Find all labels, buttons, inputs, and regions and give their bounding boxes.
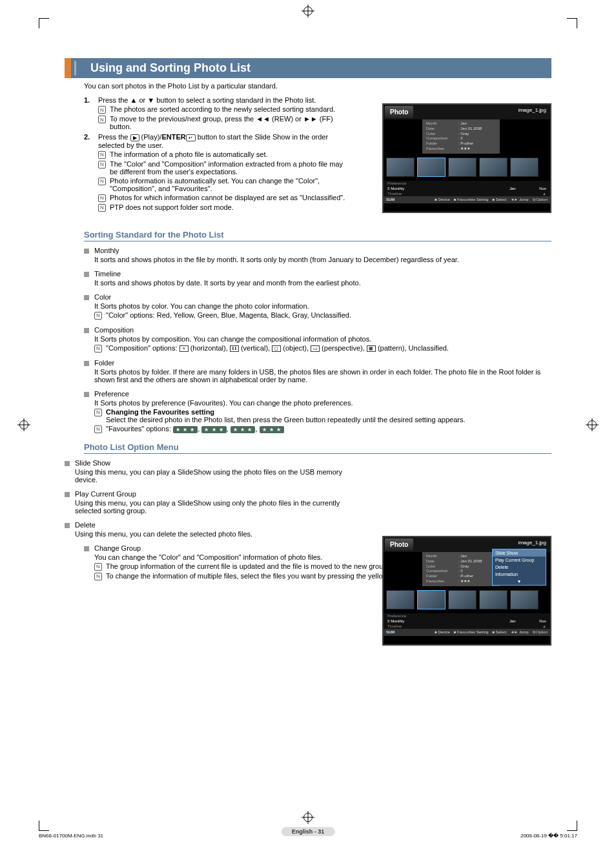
- opt-slideshow: Slide Show Using this menu, you can play…: [65, 459, 349, 484]
- note-icon: N: [98, 151, 106, 159]
- bullet-icon: [84, 546, 89, 551]
- tv-header-photo: Photo: [385, 106, 413, 118]
- fav-chip: ★ ★ ★: [173, 426, 198, 433]
- sort-preference-note-2: N "Favourites" options: ★ ★ ★, ★ ★ ★, ★ …: [94, 425, 551, 433]
- tv-sort-list: Preference ≡ MonthlyJan Nov Timeline▲: [384, 613, 550, 629]
- sort-color: Color It Sorts photos by color. You can …: [84, 293, 551, 320]
- tv-thumbnails: [384, 586, 550, 613]
- enter-icon: ↵: [186, 134, 196, 141]
- bullet-icon: [84, 392, 89, 397]
- note-icon: N: [98, 178, 106, 185]
- tv-screenshot-2: Photo image_1.jpg Month: Jan Date: Jan.0…: [382, 536, 551, 646]
- tv-footer: SUM ■ Device ■ Favourites Setting ■ Sele…: [384, 629, 550, 636]
- crop-mark-br: [567, 821, 577, 831]
- tv-header-photo: Photo: [385, 538, 413, 551]
- tv-thumb: [510, 590, 539, 609]
- sort-composition-note: N "Composition" options: ≡ (horizontal),…: [94, 344, 551, 353]
- step-1-note-1: NThe photos are sorted according to the …: [98, 105, 349, 114]
- note-icon: N: [94, 312, 102, 320]
- note-icon: N: [98, 161, 106, 169]
- step-2-note-3: NPhoto information is automatically set.…: [98, 177, 349, 192]
- sort-folder: Folder It Sorts photos by folder. If the…: [84, 359, 551, 384]
- tv-thumb-selected: [417, 590, 446, 609]
- object-icon: ◻: [272, 345, 281, 352]
- sort-color-note: N"Color" options: Red, Yellow, Green, Bl…: [94, 311, 551, 320]
- crop-mark-bl: [39, 821, 49, 831]
- sort-timeline: Timeline It sorts and shows photos by da…: [84, 270, 551, 287]
- bullet-icon: [84, 249, 89, 254]
- intro-text: You can sort photos in the Photo List by…: [84, 82, 551, 90]
- tv-thumb: [386, 158, 415, 177]
- bullet-icon: [84, 295, 89, 300]
- note-icon: N: [94, 573, 102, 580]
- step-2-note-4: NPhotos for which information cannot be …: [98, 194, 349, 202]
- tv-meta: Month: Jan Date: Jan.01.2008 Color: Gray…: [422, 119, 500, 154]
- section-sorting-standard: Sorting Standard for the Photo List: [84, 230, 551, 241]
- bullet-icon: [84, 272, 89, 277]
- tv-thumb-selected: [417, 158, 446, 177]
- crop-mark-tl: [39, 18, 49, 28]
- pattern-icon: ▦: [367, 345, 376, 352]
- note-icon: N: [94, 345, 102, 353]
- step-1-note-2: NTo move to the previous/next group, pre…: [98, 115, 349, 130]
- tv-thumb: [510, 158, 539, 177]
- footer-left: BN68-01700M-ENG.indb 31: [39, 833, 103, 839]
- tv-sort-list: Preference ≡ MonthlyJan Nov Timeline▲: [384, 181, 550, 196]
- opt-delete: Delete Using this menu, you can delete t…: [65, 521, 349, 538]
- sort-monthly: Monthly It sorts and shows photos in the…: [84, 247, 551, 263]
- note-icon: N: [94, 425, 102, 433]
- page-title: Using and Sorting Photo List: [65, 58, 551, 78]
- bullet-icon: [84, 328, 89, 333]
- step-2-num: 2.: [84, 133, 93, 213]
- sort-composition: Composition It Sorts photos by compositi…: [84, 326, 551, 353]
- play-icon: ▶: [130, 134, 139, 141]
- tv-thumb: [448, 158, 477, 177]
- tv-screenshot-1: Photo image_1.jpg Month: Jan Date: Jan.0…: [382, 103, 551, 213]
- step-2: 2. Press the ▶ (Play)/ENTER↵ button to s…: [84, 133, 349, 213]
- tv-thumb: [386, 590, 415, 609]
- note-icon: N: [98, 106, 106, 114]
- note-icon: N: [98, 194, 106, 202]
- step-2-note-2: NThe "Color" and "Composition" informati…: [98, 160, 349, 176]
- fav-chip: ★ ★ ★: [260, 426, 284, 433]
- bullet-icon: [65, 492, 70, 497]
- registration-mark-right: [588, 420, 597, 429]
- tv-option-menu: Slide Show Play Current Group Delete Inf…: [492, 549, 546, 586]
- bullet-icon: [65, 461, 70, 466]
- tv-footer: SUM ■ Device ■ Favourites Setting ■ Sele…: [384, 196, 550, 203]
- section-option-menu: Photo List Option Menu: [84, 442, 551, 454]
- footer-right: 2008-08-19 �� 5:01:17: [520, 833, 577, 839]
- note-icon: N: [94, 409, 102, 416]
- sort-preference: Preference It Sorts photos by preference…: [84, 390, 551, 433]
- registration-mark-left: [19, 420, 28, 429]
- tv-header-filename: image_1.jpg: [514, 105, 550, 119]
- tv-thumb: [479, 590, 508, 609]
- bullet-icon: [65, 523, 70, 528]
- page-number: English - 31: [282, 827, 335, 835]
- step-1: 1. Press the ▲ or ▼ button to select a s…: [84, 96, 349, 132]
- step-list: 1. Press the ▲ or ▼ button to select a s…: [84, 96, 349, 213]
- step-1-text: Press the ▲ or ▼ button to select a sort…: [98, 96, 349, 104]
- horizontal-icon: ≡: [180, 345, 189, 352]
- fav-chip: ★ ★ ★: [231, 426, 255, 433]
- option-menu-list: Slide Show Using this menu, you can play…: [65, 459, 349, 538]
- note-icon: N: [98, 204, 106, 212]
- registration-mark-bottom: [303, 813, 313, 822]
- opt-play-current-group: Play Current Group Using this menu, you …: [65, 490, 349, 515]
- bullet-icon: [84, 361, 89, 366]
- step-2-text: Press the ▶ (Play)/ENTER↵ button to star…: [98, 133, 349, 149]
- step-1-num: 1.: [84, 96, 93, 132]
- tv-thumb: [479, 158, 508, 177]
- step-2-note-1: NThe information of a photo file is auto…: [98, 150, 349, 159]
- tv-thumb: [448, 590, 477, 609]
- crop-mark-tr: [567, 18, 577, 28]
- note-icon: N: [98, 116, 106, 123]
- vertical-icon: ⫿⫿: [230, 345, 239, 352]
- fav-chip: ★ ★ ★: [201, 426, 226, 433]
- sorting-standard-list: Monthly It sorts and shows photos in the…: [84, 247, 551, 433]
- perspective-icon: ▭: [311, 345, 320, 352]
- registration-mark-top: [303, 6, 313, 15]
- note-icon: N: [94, 563, 102, 571]
- sort-preference-note-1: N Changing the Favourites setting Select…: [94, 408, 551, 424]
- tv-thumbnails: [384, 154, 550, 181]
